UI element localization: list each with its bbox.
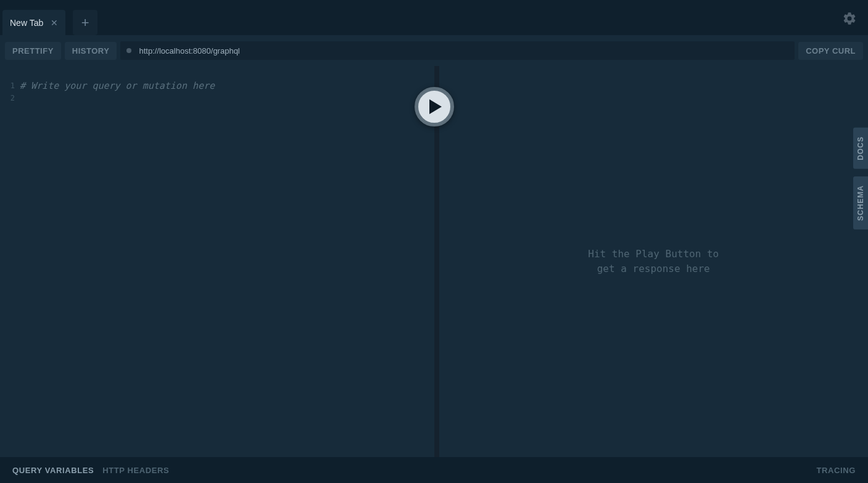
bottom-bar: QUERY VARIABLES HTTP HEADERS TRACING — [0, 457, 868, 483]
play-button[interactable] — [415, 87, 454, 126]
query-variables-tab[interactable]: QUERY VARIABLES — [12, 466, 94, 475]
endpoint-url-bar[interactable] — [120, 41, 795, 60]
workspace: 1 2 # Write your query or mutation here … — [0, 66, 868, 457]
schema-tab[interactable]: SCHEMA — [853, 176, 868, 229]
playground-tab[interactable]: New Tab ✕ — [2, 10, 65, 35]
app-root: New Tab ✕ + PRETTIFY HISTORY COPY CURL 1… — [0, 0, 868, 483]
add-tab-button[interactable]: + — [73, 10, 97, 35]
tab-bar: New Tab ✕ + — [0, 0, 868, 35]
tab-label: New Tab — [10, 18, 43, 28]
toolbar: PRETTIFY HISTORY COPY CURL — [0, 35, 868, 66]
settings-button[interactable] — [841, 10, 858, 27]
play-icon — [429, 99, 442, 114]
endpoint-url-input[interactable] — [139, 46, 788, 56]
response-pane: Hit the Play Button to get a response he… — [434, 66, 869, 457]
url-status-dot-icon — [126, 48, 131, 53]
prettify-button[interactable]: PRETTIFY — [5, 42, 61, 60]
response-placeholder-line: Hit the Play Button to — [588, 247, 719, 262]
history-button[interactable]: HISTORY — [65, 42, 117, 60]
docs-tab[interactable]: DOCS — [853, 128, 868, 169]
gear-icon — [842, 11, 857, 26]
http-headers-tab[interactable]: HTTP HEADERS — [102, 466, 169, 475]
tracing-tab[interactable]: TRACING — [817, 466, 856, 475]
editor-content[interactable]: # Write your query or mutation here — [20, 66, 215, 457]
copy-curl-button[interactable]: COPY CURL — [798, 42, 863, 60]
line-gutter: 1 2 — [0, 66, 20, 457]
line-number: 1 — [0, 80, 15, 92]
side-panel-tabs: DOCS SCHEMA — [853, 128, 868, 229]
plus-icon: + — [81, 15, 89, 31]
response-placeholder-line: get a response here — [588, 262, 719, 276]
response-placeholder: Hit the Play Button to get a response he… — [588, 247, 719, 276]
close-icon[interactable]: ✕ — [51, 19, 58, 27]
line-number: 2 — [0, 92, 15, 104]
editor-line: # Write your query or mutation here — [20, 80, 215, 92]
query-editor-pane[interactable]: 1 2 # Write your query or mutation here — [0, 66, 434, 457]
